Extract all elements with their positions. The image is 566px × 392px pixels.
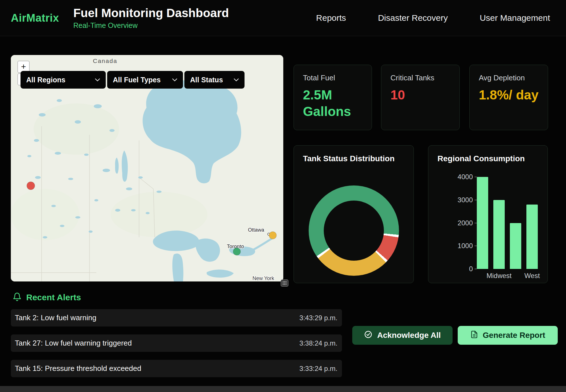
brand-logo[interactable]: AirMatrix [11, 12, 59, 24]
dashboard-root: AirMatrix Fuel Monitoring Dashboard Real… [0, 0, 566, 392]
y-tick: 0 [469, 265, 477, 273]
app-header: AirMatrix Fuel Monitoring Dashboard Real… [0, 0, 566, 36]
map-canvas[interactable]: Canada Ottawa Toronto New York [11, 55, 283, 281]
regions-filter-dropdown[interactable]: All Regions [21, 71, 106, 89]
bar-xlabel: West [526, 272, 538, 280]
bar-xlabel: Midwest [493, 272, 505, 280]
tank-status-donut [309, 185, 399, 276]
map-label-canada: Canada [93, 58, 117, 64]
tank-status-card: Tank Status Distribution [294, 145, 414, 283]
map-terrain [34, 103, 119, 155]
kpi-label: Avg Depletion [479, 74, 539, 82]
kpi-total-fuel: Total Fuel 2.5M Gallons [294, 65, 372, 130]
check-circle-icon [364, 330, 372, 341]
alert-row: Tank 27: Low fuel warning triggered 3:38… [11, 334, 342, 352]
bar-xlabel [510, 272, 521, 280]
map-label-ottawa: Ottawa [248, 227, 264, 233]
bar [510, 223, 521, 269]
bar [493, 200, 505, 269]
alert-row: Tank 2: Low fuel warning 3:43:29 p.m. [11, 309, 342, 326]
status-filter-label: All Status [190, 76, 223, 84]
chevron-down-icon [234, 78, 239, 81]
regions-filter-label: All Regions [26, 76, 66, 84]
alert-timestamp: 3:33:24 p.m. [300, 365, 337, 373]
y-tick: 2000 [458, 219, 477, 227]
chevron-down-icon [95, 78, 100, 81]
bar [526, 205, 538, 269]
alert-message: Tank 2: Low fuel warning [15, 313, 96, 322]
generate-report-label: Generate Report [483, 331, 545, 340]
map-label-new-york: New York [253, 275, 274, 281]
chevron-down-icon [172, 78, 177, 81]
map-terrain [111, 192, 207, 237]
kpi-value: 10 [390, 87, 450, 103]
map-marker-critical[interactable] [27, 182, 35, 190]
regional-consumption-card: Regional Consumption 40003000200010000 M… [428, 145, 548, 283]
y-tick: 1000 [458, 242, 477, 250]
y-tick: 3000 [458, 196, 477, 204]
kpi-value: 2.5M Gallons [303, 87, 363, 120]
y-tick: 4000 [458, 173, 477, 181]
alerts-title: Recent Alerts [26, 293, 81, 302]
generate-report-button[interactable]: Generate Report [458, 326, 558, 345]
alerts-header: Recent Alerts [13, 292, 81, 303]
bar-chart: 40003000200010000 MidwestWest [428, 146, 547, 283]
document-icon [470, 330, 478, 340]
bar-xlabels: MidwestWest [477, 272, 538, 280]
bottom-scrollbar[interactable] [0, 386, 566, 392]
fuel-types-filter-label: All Fuel Types [113, 76, 161, 84]
acknowledge-all-label: Acknowledge All [377, 331, 441, 340]
alert-timestamp: 3:43:29 p.m. [300, 314, 337, 322]
nav-item-user-management[interactable]: User Management [480, 13, 550, 23]
alert-timestamp: 3:38:24 p.m. [300, 339, 337, 347]
bar-yaxis: 40003000200010000 [428, 177, 477, 269]
kpi-avg-depletion: Avg Depletion 1.8%/ day [469, 65, 548, 130]
title-block: Fuel Monitoring Dashboard Real-Time Over… [73, 6, 229, 30]
bell-icon [13, 292, 22, 303]
chart-title: Tank Status Distribution [294, 146, 414, 163]
page-subtitle: Real-Time Overview [73, 21, 229, 30]
acknowledge-all-button[interactable]: Acknowledge All [352, 326, 453, 345]
kpi-value: 1.8%/ day [479, 87, 539, 103]
alert-message: Tank 15: Pressure threshold exceeded [15, 364, 141, 373]
bar [477, 177, 488, 269]
kpi-label: Critical Tanks [390, 74, 450, 82]
bar-plot [477, 177, 538, 269]
nav-item-reports[interactable]: Reports [316, 13, 346, 23]
page-title: Fuel Monitoring Dashboard [73, 6, 229, 20]
resize-grip-icon[interactable] [281, 279, 288, 287]
alert-message: Tank 27: Low fuel warning triggered [15, 339, 132, 348]
main-nav: Reports Disaster Recovery User Managemen… [316, 13, 550, 23]
map-terrain [11, 189, 79, 240]
nav-item-disaster-recovery[interactable]: Disaster Recovery [378, 13, 448, 23]
map-panel[interactable]: Canada Ottawa Toronto New York + − All R… [11, 55, 283, 281]
kpi-label: Total Fuel [303, 74, 363, 82]
map-marker-warning[interactable] [269, 232, 276, 239]
fuel-types-filter-dropdown[interactable]: All Fuel Types [107, 71, 183, 89]
alert-row: Tank 15: Pressure threshold exceeded 3:3… [11, 360, 342, 377]
kpi-critical-tanks: Critical Tanks 10 [381, 65, 460, 130]
status-filter-dropdown[interactable]: All Status [184, 71, 245, 89]
map-marker-normal[interactable] [233, 248, 241, 255]
